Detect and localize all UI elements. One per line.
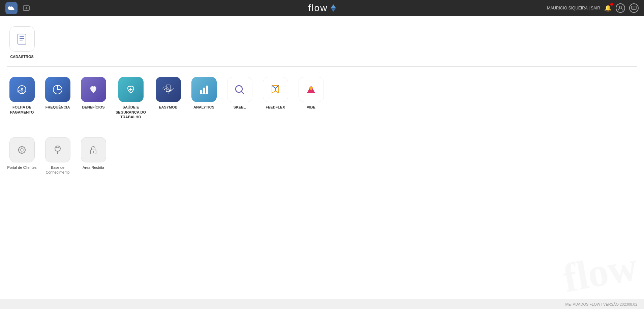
portal-label: Portal de Clientes bbox=[7, 165, 37, 170]
user-icon[interactable] bbox=[616, 3, 625, 13]
message-icon[interactable] bbox=[629, 3, 639, 13]
analytics-icon bbox=[191, 77, 217, 102]
app-analytics[interactable]: ANALYTICS bbox=[189, 77, 219, 119]
app-base[interactable]: Base de Conhecimento bbox=[42, 137, 73, 175]
portal-icon bbox=[9, 137, 35, 162]
app-cadastros[interactable]: CADASTROS bbox=[7, 26, 37, 59]
bell-icon[interactable]: 🔔 bbox=[604, 5, 612, 11]
svg-point-25 bbox=[21, 149, 23, 151]
app-folha[interactable]: $ FOLHA DE PAGAMENTO bbox=[7, 77, 37, 119]
easymob-icon bbox=[156, 77, 181, 102]
others-section: Portal de Clientes Base de Conhecimento bbox=[7, 134, 637, 178]
app-frequencia[interactable]: FREQUÊNCIA bbox=[42, 77, 73, 119]
bell-wrapper: 🔔 bbox=[604, 4, 612, 12]
vibe-label: VIBE bbox=[307, 105, 315, 110]
skeel-label: SKEEL bbox=[234, 105, 246, 110]
frequencia-label: FREQUÊNCIA bbox=[45, 105, 70, 110]
app-easymob[interactable]: EASYMOB bbox=[153, 77, 183, 119]
svg-rect-18 bbox=[206, 86, 208, 94]
easymob-label: EASYMOB bbox=[159, 105, 178, 110]
header-user-info: MAURICIO.SIQUEIRA | SAIR bbox=[547, 6, 600, 10]
frequencia-icon bbox=[45, 77, 70, 102]
base-icon bbox=[45, 137, 70, 162]
skeel-icon bbox=[227, 77, 252, 102]
base-label: Base de Conhecimento bbox=[42, 165, 73, 175]
folha-label: FOLHA DE PAGAMENTO bbox=[7, 105, 37, 115]
beneficios-icon bbox=[81, 77, 106, 102]
others-grid: Portal de Clientes Base de Conhecimento bbox=[7, 134, 637, 178]
svg-point-30 bbox=[55, 146, 60, 151]
saude-label: SAÚDE E SEGURANÇA DO TRABALHO bbox=[114, 105, 148, 119]
svg-point-34 bbox=[93, 151, 94, 153]
svg-rect-17 bbox=[203, 88, 205, 94]
feedflex-icon bbox=[263, 77, 288, 102]
app-saude[interactable]: SAÚDE E SEGURANÇA DO TRABALHO bbox=[114, 77, 148, 119]
section-divider-1 bbox=[7, 66, 637, 67]
header: flow MAURICIO.SIQUEIRA | SAIR 🔔 bbox=[0, 0, 644, 16]
app-beneficios[interactable]: BENEFÍCIOS bbox=[78, 77, 109, 119]
feedflex-label: FEEDFLEX bbox=[266, 105, 285, 110]
restrita-label: Área Restrita bbox=[83, 165, 104, 170]
svg-point-15 bbox=[168, 92, 169, 93]
beneficios-label: BENEFÍCIOS bbox=[82, 105, 104, 110]
cadastros-section: CADASTROS bbox=[7, 23, 637, 67]
footer: METADADOS FLOW | VERSÃO 202308.02 bbox=[0, 299, 644, 309]
main-content: CADASTROS $ FOLHA DE PAGAMENTO bbox=[0, 16, 644, 299]
bell-badge bbox=[610, 3, 613, 6]
cloud-icon[interactable] bbox=[5, 2, 18, 14]
username-link[interactable]: MAURICIO.SIQUEIRA bbox=[547, 6, 587, 10]
svg-point-1 bbox=[619, 6, 621, 8]
header-right: MAURICIO.SIQUEIRA | SAIR 🔔 bbox=[547, 3, 639, 13]
folha-icon: $ bbox=[9, 77, 35, 102]
header-logo: flow bbox=[308, 3, 336, 13]
exit-nav-button[interactable] bbox=[20, 2, 32, 14]
cadastros-icon bbox=[9, 26, 35, 52]
app-portal[interactable]: Portal de Clientes bbox=[7, 137, 37, 175]
analytics-label: ANALYTICS bbox=[193, 105, 214, 110]
cadastros-label: CADASTROS bbox=[10, 54, 34, 59]
app-vibe[interactable]: VIBE bbox=[296, 77, 326, 119]
logo-text: flow bbox=[308, 3, 328, 13]
saude-icon bbox=[118, 77, 144, 102]
separator: | bbox=[589, 6, 590, 10]
svg-rect-2 bbox=[632, 6, 636, 9]
svg-rect-16 bbox=[200, 90, 202, 94]
footer-text: METADADOS FLOW | VERSÃO 202308.02 bbox=[565, 302, 637, 306]
logout-link[interactable]: SAIR bbox=[591, 6, 600, 10]
svg-line-21 bbox=[241, 91, 244, 94]
app-skeel[interactable]: SKEEL bbox=[224, 77, 255, 119]
vibe-icon bbox=[299, 77, 324, 102]
app-restrita[interactable]: Área Restrita bbox=[78, 137, 109, 175]
apps-section: $ FOLHA DE PAGAMENTO FREQUÊNCIA bbox=[7, 73, 637, 127]
apps-grid: $ FOLHA DE PAGAMENTO FREQUÊNCIA bbox=[7, 73, 637, 123]
header-left bbox=[5, 2, 32, 14]
section-divider-2 bbox=[7, 127, 637, 127]
app-feedflex[interactable]: FEEDFLEX bbox=[260, 77, 290, 119]
cadastros-grid: CADASTROS bbox=[7, 23, 637, 62]
restrita-icon bbox=[81, 137, 106, 162]
svg-point-12 bbox=[57, 89, 58, 90]
svg-rect-3 bbox=[18, 34, 26, 44]
